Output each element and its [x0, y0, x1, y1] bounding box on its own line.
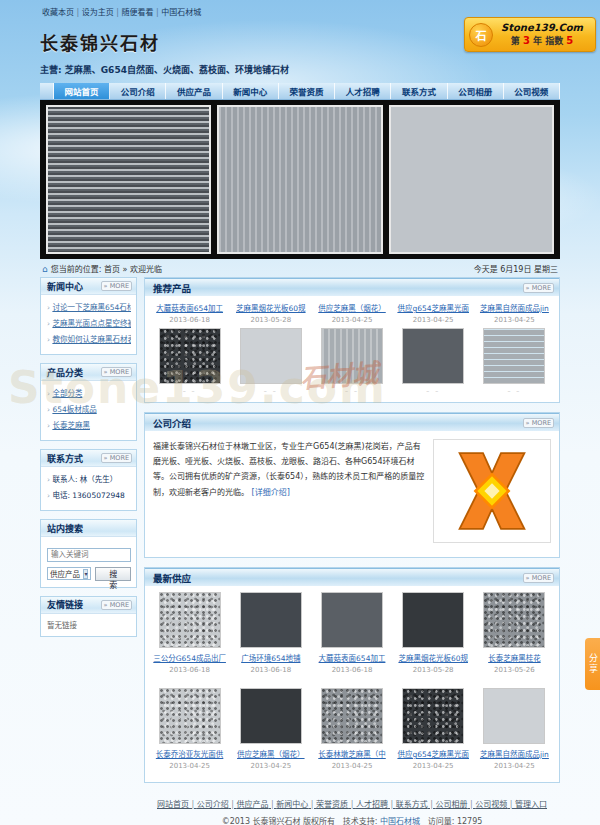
search-category-select[interactable]: 供应产品 ▾ — [47, 567, 91, 580]
link-browse-around[interactable]: 随便看看 — [122, 8, 162, 17]
nav-company-intro[interactable]: 公司介绍 — [110, 83, 166, 99]
sidebar: 新闻中心 » MORE 讨论一下芝麻黑654石材的天 芝麻黑光面点点星空终被芯亮… — [40, 277, 137, 645]
product-title-link[interactable]: 供应g654芝麻黑光面 — [395, 302, 472, 313]
site-search-box: 站内搜索 供应产品 ▾ 搜 索 — [40, 519, 137, 588]
product-card: 大蘑菇表面654加工 2013-06-18 — [311, 592, 392, 678]
product-image[interactable] — [240, 328, 302, 384]
nav-album[interactable]: 公司相册 — [448, 83, 504, 99]
link-china-stone-city[interactable]: 中国石材城 — [161, 8, 201, 17]
stone139-index-line: 第 3 年 指数 5 — [493, 34, 591, 48]
recommended-more-button[interactable]: » MORE — [523, 283, 554, 293]
product-image[interactable] — [159, 328, 221, 384]
footer-link-news[interactable]: 新闻中心 — [276, 800, 316, 809]
product-image[interactable] — [402, 688, 464, 744]
support-link[interactable]: 中国石材城 — [380, 817, 420, 825]
product-card: 长泰林墩芝麻黑（中 2013-04-25 — [311, 688, 392, 774]
friend-links-more-button[interactable]: » MORE — [101, 600, 132, 610]
search-input[interactable] — [47, 548, 131, 562]
product-title-link[interactable]: 长泰林墩芝麻黑（中 — [313, 748, 390, 759]
product-title-link[interactable]: 大蘑菇表面654加工 — [151, 302, 228, 313]
detail-intro-link[interactable]: [详细介绍] — [252, 488, 290, 497]
product-date: 2013-06-18 — [151, 666, 228, 674]
footer-link-honors[interactable]: 荣誉资质 — [316, 800, 356, 809]
latest-supply-more-button[interactable]: » MORE — [523, 573, 554, 583]
category-item: 长泰芝麻黑 — [47, 418, 131, 434]
product-title-link[interactable]: 供应芝麻黑（烟花） — [232, 748, 309, 759]
product-date: 2013-06-18 — [151, 316, 228, 324]
company-intro-more-button[interactable]: » MORE — [523, 418, 554, 428]
breadcrumb: ⌂您当前的位置: 首页 » 欢迎光临 — [42, 263, 162, 274]
product-image[interactable] — [321, 592, 383, 648]
product-image[interactable] — [240, 688, 302, 744]
product-title-link[interactable]: 供应芝麻黑（烟花） — [313, 302, 390, 313]
nav-home[interactable]: 网站首页 — [54, 83, 110, 99]
news-more-button[interactable]: » MORE — [101, 281, 132, 291]
product-image[interactable] — [483, 328, 545, 384]
visit-count: 访问量: 12795 — [428, 817, 483, 825]
footer-link-home[interactable]: 网站首页 — [157, 800, 197, 809]
link-bookmark-page[interactable]: 收藏本页 — [42, 8, 82, 17]
share-button[interactable]: 分享 — [585, 638, 600, 690]
latest-supply-title: 最新供应 — [153, 571, 191, 585]
breadcrumb-row: ⌂您当前的位置: 首页 » 欢迎光临 今天是 6月19日 星期三 — [40, 259, 560, 277]
link-set-homepage[interactable]: 设为主页 — [82, 8, 122, 17]
product-image[interactable] — [402, 328, 464, 384]
footer-link-video[interactable]: 公司视频 — [475, 800, 515, 809]
product-title-link[interactable]: 芝麻黑烟花光板60规 — [232, 302, 309, 313]
product-title-link[interactable]: 芝麻黑自然面成品jin — [476, 748, 553, 759]
product-image[interactable] — [483, 592, 545, 648]
product-date: 2013-04-25 — [151, 762, 228, 770]
product-title-link[interactable]: 三公分G654成品出厂 — [151, 652, 228, 663]
product-image[interactable] — [402, 592, 464, 648]
contact-more-button[interactable]: » MORE — [101, 453, 132, 463]
product-title-link[interactable]: 长泰乔治亚灰光面供 — [151, 748, 228, 759]
product-image[interactable] — [159, 592, 221, 648]
footer-link-admin[interactable]: 管理入口 — [515, 800, 547, 809]
friend-links-box: 友情链接 » MORE 暂无链接 — [40, 596, 137, 637]
stone139-badge[interactable]: 石 Stone139.Com 第 3 年 指数 5 — [464, 17, 596, 52]
product-title-link[interactable]: 大蘑菇表面654加工 — [313, 652, 390, 663]
nav-news[interactable]: 新闻中心 — [223, 83, 279, 99]
news-box-title: 新闻中心 — [47, 280, 83, 293]
site-header: 长泰锦兴石材 主营: 芝麻黑、G654自然面、火烧面、荔枝面、环境地铺石材 石 … — [40, 21, 560, 83]
recommended-products-section: 推荐产品 » MORE 大蘑菇表面654加工 2013-06-18 – – 芝麻… — [144, 277, 560, 403]
footer-link-recruitment[interactable]: 人才招聘 — [356, 800, 396, 809]
footer: 网站首页 公司介绍 供应产品 新闻中心 荣誉资质 人才招聘 联系方式 公司相册 … — [144, 792, 560, 825]
nav-contact[interactable]: 联系方式 — [391, 83, 447, 99]
news-item: 芝麻黑光面点点星空终被芯亮 — [47, 316, 131, 332]
category-more-button[interactable]: » MORE — [101, 367, 132, 377]
nav-recruitment[interactable]: 人才招聘 — [335, 83, 391, 99]
banner-photo-granite-pavers — [217, 105, 382, 254]
product-image[interactable] — [240, 592, 302, 648]
footer-link-products[interactable]: 供应产品 — [237, 800, 277, 809]
banner-photo-long-slabs — [389, 105, 554, 254]
nav-honors[interactable]: 荣誉资质 — [279, 83, 335, 99]
search-button[interactable]: 搜 索 — [95, 567, 131, 581]
footer-link-album[interactable]: 公司相册 — [435, 800, 475, 809]
nav-video[interactable]: 公司视频 — [504, 83, 560, 99]
news-item: 教你如何认芝麻黑石材表面更 — [47, 332, 131, 348]
stone139-seal-icon: 石 — [469, 23, 493, 47]
product-title-link[interactable]: 芝麻黑自然面成品jin — [476, 302, 553, 313]
stone139-site-name: Stone139.Com — [493, 21, 591, 34]
contact-person: 联系人: 林（先生） — [47, 472, 131, 488]
recommended-title: 推荐产品 — [153, 281, 191, 295]
product-title-link[interactable]: 芝麻黑烟花光板60规 — [395, 652, 472, 663]
category-item: 全部分类 — [47, 386, 131, 402]
company-intro-section: 公司介绍 » MORE 福建长泰锦兴石材位于林墩工业区，专业生产G654(芝麻黑… — [144, 412, 560, 558]
product-image[interactable] — [483, 688, 545, 744]
footer-link-intro[interactable]: 公司介绍 — [197, 800, 237, 809]
product-image[interactable] — [159, 688, 221, 744]
footer-link-contact[interactable]: 联系方式 — [396, 800, 436, 809]
product-title-link[interactable]: 长泰芝麻黑桂花 — [476, 652, 553, 663]
search-box-title: 站内搜索 — [47, 522, 83, 535]
product-image[interactable] — [321, 688, 383, 744]
product-card: 供应芝麻黑（烟花） 2013-04-25 — [230, 688, 311, 774]
product-date: 2013-06-18 — [232, 666, 309, 674]
product-title-link[interactable]: 广场环境654地铺 — [232, 652, 309, 663]
product-date: 2013-04-25 — [395, 316, 472, 324]
member-year: 3 — [523, 35, 530, 46]
product-title-link[interactable]: 供应g654芝麻黑光面 — [395, 748, 472, 759]
nav-products[interactable]: 供应产品 — [166, 83, 222, 99]
product-image[interactable] — [321, 328, 383, 384]
